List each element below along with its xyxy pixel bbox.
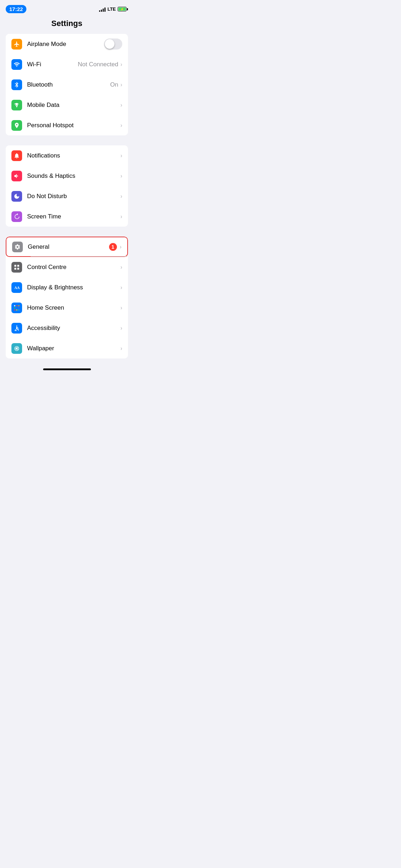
settings-row-hotspot[interactable]: Personal Hotspot › [6,115,128,135]
svg-point-17 [16,325,17,326]
settings-row-screentime[interactable]: Screen Time › [6,206,128,227]
svg-rect-3 [14,265,16,267]
wifi-label: Wi-Fi [27,61,78,68]
dnd-icon [11,191,22,202]
display-brightness-label: Display & Brightness [27,284,120,291]
battery-icon: ⚡ [118,7,128,11]
airplane-mode-label: Airplane Mode [27,41,104,48]
svg-rect-6 [17,268,19,269]
lte-label: LTE [107,6,116,12]
dnd-chevron: › [120,193,122,200]
dnd-label: Do Not Disturb [27,193,120,200]
control-centre-icon [11,262,22,273]
mobile-data-chevron: › [120,102,122,108]
settings-row-sounds[interactable]: Sounds & Haptics › [6,166,128,186]
accessibility-icon [11,323,22,334]
bluetooth-value: On [110,81,118,88]
wallpaper-chevron: › [120,345,122,352]
home-screen-icon [11,303,22,313]
svg-rect-14 [14,309,15,310]
notifications-label: Notifications [27,152,120,159]
settings-row-wifi[interactable]: Wi-Fi Not Connected › [6,54,128,74]
settings-row-dnd[interactable]: Do Not Disturb › [6,186,128,206]
signal-bar-2 [101,10,102,12]
battery-body: ⚡ [118,7,127,11]
sounds-icon [11,171,22,181]
svg-rect-12 [16,307,17,308]
battery-bolt-icon: ⚡ [120,7,124,11]
wifi-icon [11,59,22,70]
settings-row-bluetooth[interactable]: Bluetooth On › [6,74,128,95]
svg-rect-8 [14,305,15,306]
settings-row-display-brightness[interactable]: AA Display & Brightness › [6,277,128,298]
accessibility-label: Accessibility [27,325,120,332]
bluetooth-chevron: › [120,82,122,88]
hotspot-chevron: › [120,122,122,129]
mobile-data-icon [11,100,22,110]
status-bar: 17:22 LTE ⚡ [0,0,134,15]
settings-row-notifications[interactable]: Notifications › [6,145,128,166]
home-screen-label: Home Screen [27,304,120,311]
settings-group-notifications: Notifications › Sounds & Haptics › Do No… [6,145,128,227]
home-indicator-container [0,368,134,379]
settings-row-mobile-data[interactable]: Mobile Data › [6,95,128,115]
bluetooth-label: Bluetooth [27,81,110,88]
bluetooth-icon [11,79,22,90]
settings-row-accessibility[interactable]: Accessibility › [6,318,128,338]
settings-row-home-screen[interactable]: Home Screen › [6,298,128,318]
home-screen-chevron: › [120,305,122,311]
status-time: 17:22 [6,5,26,13]
airplane-mode-toggle[interactable] [104,38,122,50]
screentime-chevron: › [120,213,122,220]
svg-rect-4 [17,265,19,267]
signal-bars [99,7,106,12]
signal-bar-4 [104,7,106,12]
wifi-value: Not Connected [78,61,118,68]
accessibility-chevron: › [120,325,122,331]
settings-row-control-centre[interactable]: Control Centre › [6,257,128,277]
toggle-knob [105,39,114,49]
battery-tip [127,8,128,10]
notifications-icon [11,150,22,161]
svg-rect-5 [14,268,16,269]
home-indicator [43,368,91,370]
sounds-chevron: › [120,173,122,179]
settings-row-wallpaper[interactable]: Wallpaper › [6,338,128,358]
svg-rect-13 [18,307,19,308]
settings-group-network: Airplane Mode Wi-Fi Not Connected › Blue… [6,34,128,135]
display-brightness-icon: AA [11,282,22,293]
signal-bar-3 [103,9,104,12]
airplane-mode-icon [11,39,22,50]
wifi-chevron: › [120,61,122,68]
settings-row-general[interactable]: General 1 › [6,237,128,257]
sounds-label: Sounds & Haptics [27,172,120,180]
wallpaper-icon [11,343,22,354]
svg-rect-9 [16,305,17,306]
signal-bar-1 [99,10,100,12]
general-chevron: › [120,244,122,250]
svg-point-0 [16,107,17,107]
page-title: Settings [0,15,134,34]
svg-rect-16 [18,309,19,310]
screentime-label: Screen Time [27,213,120,220]
screentime-icon [11,211,22,222]
svg-rect-15 [16,309,17,310]
general-icon [12,242,23,252]
control-centre-label: Control Centre [27,264,120,271]
wallpaper-label: Wallpaper [27,345,120,352]
hotspot-label: Personal Hotspot [27,122,120,129]
general-label: General [28,243,109,250]
status-right: LTE ⚡ [99,6,128,12]
control-centre-chevron: › [120,264,122,270]
svg-text:AA: AA [14,285,20,289]
settings-group-display: General 1 › Control Centre › AA Display … [6,237,128,358]
svg-rect-10 [18,305,19,306]
settings-row-airplane-mode[interactable]: Airplane Mode [6,34,128,54]
notifications-chevron: › [120,153,122,159]
hotspot-icon [11,120,22,131]
svg-rect-11 [14,307,15,308]
general-badge: 1 [109,243,117,251]
mobile-data-label: Mobile Data [27,102,120,109]
display-brightness-chevron: › [120,284,122,291]
